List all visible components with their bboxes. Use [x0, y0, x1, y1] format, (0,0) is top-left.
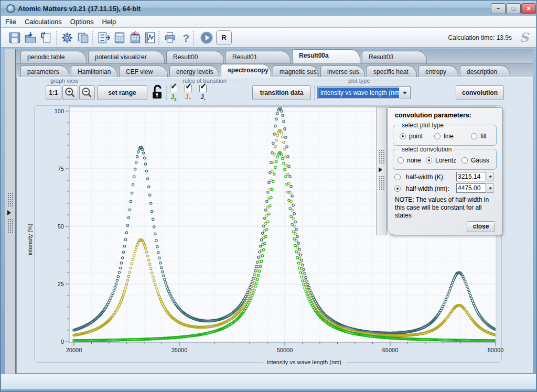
transition-list-icon[interactable]	[96, 30, 111, 45]
window-title: Atomic Matters v3.21 (17.11.15), 64-bit	[18, 5, 141, 13]
menu-bar: FileCalculationsOptionsHelp	[1, 16, 536, 27]
tab-inverse-sus-[interactable]: inverse sus.	[320, 66, 365, 77]
svg-text:65000: 65000	[382, 347, 399, 353]
radio-label-line: line	[444, 133, 454, 140]
tab-result00[interactable]: Result00	[166, 51, 224, 63]
half-width-nm-field[interactable]: 4475.00	[456, 183, 486, 193]
tab-specific-heat[interactable]: specific heat	[367, 66, 417, 77]
checkbox-box[interactable]: ✓	[199, 85, 207, 92]
unlock-icon	[151, 84, 164, 101]
toolbar-separator	[193, 31, 194, 45]
splitter-grip	[7, 192, 14, 207]
tab-result01[interactable]: Result01	[225, 51, 291, 63]
svg-text:75: 75	[58, 166, 64, 172]
half-width-nm-spinner[interactable]	[487, 183, 493, 193]
controls-separator	[314, 85, 315, 100]
plot-type-label: plot type	[346, 78, 373, 84]
half-width-k-spinner[interactable]	[487, 172, 493, 181]
plot-type-selected-value: intensity vs wave length (nm)	[318, 88, 399, 98]
calculator-greek-icon[interactable]: αβγ	[128, 30, 143, 45]
svg-text:50: 50	[58, 223, 64, 230]
checkbox-label: J+	[182, 93, 195, 102]
checkbox-box[interactable]: ✓	[185, 85, 192, 92]
radio-Gauss[interactable]	[461, 157, 468, 164]
title-bar[interactable]: Atomic Matters v3.21 (17.11.15), 64-bit …	[1, 1, 536, 16]
dropdown-arrow-icon[interactable]	[400, 88, 410, 98]
toolbar-separator	[92, 31, 93, 45]
toolbar: αβγ ? R Calculation time: 13.9s S	[1, 28, 536, 48]
svg-text:80000: 80000	[488, 347, 504, 353]
set-range-button[interactable]: set range	[97, 85, 147, 100]
tab-spectroscopy[interactable]: spectroscopy	[221, 64, 271, 77]
transition-data-button[interactable]: transition data	[252, 85, 311, 100]
help-icon[interactable]: ?	[178, 30, 193, 45]
tab-periodic-table[interactable]: periodic table	[20, 51, 87, 63]
open-icon[interactable]	[23, 30, 38, 45]
menu-help[interactable]: Help	[98, 16, 121, 27]
transition-checkbox-+[interactable]: ✓J+	[182, 85, 195, 102]
radio-Lorentz[interactable]	[426, 157, 432, 164]
tab-result03[interactable]: Result03	[362, 51, 427, 63]
svg-text:25: 25	[58, 281, 64, 287]
import-icon[interactable]	[39, 30, 53, 45]
checkbox-box[interactable]: ✓	[170, 85, 177, 92]
app-icon	[6, 4, 15, 13]
radio-fill[interactable]	[471, 133, 477, 139]
checkbox-label: Jz	[167, 93, 180, 102]
splitter-grip	[379, 176, 385, 190]
plot-type-dropdown[interactable]: intensity vs wave length (nm)	[317, 86, 411, 99]
run-icon[interactable]	[199, 30, 214, 45]
calculator-icon[interactable]	[112, 30, 127, 45]
zoom-in-button[interactable]	[62, 85, 78, 100]
tab-magnetic-sus-[interactable]: magnetic sus.	[273, 66, 319, 77]
one-to-one-button[interactable]: 1:1	[46, 85, 61, 100]
radio-label-fill: fill	[480, 133, 486, 140]
tab-parameters[interactable]: parameters	[20, 66, 69, 77]
tab-hamiltonian[interactable]: Hamiltonian	[71, 66, 117, 77]
left-panel-splitter[interactable]	[5, 49, 16, 374]
transition-checkbox--[interactable]: ✓J-	[197, 85, 209, 102]
minimize-button[interactable]: –	[491, 3, 506, 14]
y-axis-label: intensity (%)	[27, 200, 33, 257]
menu-file[interactable]: File	[1, 16, 20, 27]
graph-view-label: graph view	[48, 78, 81, 84]
half-width-nm-radio[interactable]	[394, 186, 401, 192]
radio-label-point: point	[409, 133, 423, 140]
radio-line[interactable]	[434, 133, 441, 139]
half-width-k-field[interactable]: 3215.14	[456, 172, 486, 181]
close-button[interactable]: ✕	[521, 3, 536, 14]
menu-calculations[interactable]: Calculations	[20, 16, 66, 27]
copy-icon[interactable]	[76, 30, 90, 45]
convolution-panel-splitter[interactable]	[376, 107, 387, 235]
half-width-k-radio[interactable]	[394, 174, 401, 180]
maximize-button[interactable]: □	[506, 3, 521, 14]
tab-cef-view[interactable]: CEF view	[119, 66, 168, 77]
radio-none[interactable]	[398, 157, 404, 164]
r-matrix-button[interactable]: R	[216, 30, 232, 45]
menu-options[interactable]: Options	[66, 16, 98, 27]
expand-arrow-icon[interactable]	[7, 210, 14, 215]
save-icon[interactable]	[7, 30, 22, 45]
splitter-grip	[379, 149, 385, 164]
tab-energy-levels[interactable]: energy levels	[169, 66, 219, 77]
transition-checkbox-z[interactable]: ✓Jz	[167, 85, 180, 102]
tab-result00a[interactable]: Result00a	[292, 49, 360, 63]
panel-close-button[interactable]: close	[467, 221, 495, 232]
zoom-out-button[interactable]	[79, 85, 95, 100]
collapse-arrow-icon[interactable]	[379, 167, 385, 172]
axes-lock-button[interactable]	[151, 84, 164, 103]
tab-potential-visualizer[interactable]: potential visualizer	[88, 51, 165, 63]
zoom-in-icon	[63, 86, 77, 100]
svg-text:20000: 20000	[66, 347, 82, 353]
convolution-button[interactable]: convolution	[456, 85, 504, 100]
check-icon: ✓	[200, 81, 207, 91]
tab-entropy[interactable]: entropy	[418, 66, 458, 77]
radio-label-Lorentz: Lorentz	[435, 157, 456, 164]
plot-icon[interactable]	[143, 30, 157, 45]
tab-description[interactable]: description	[460, 66, 510, 77]
settings-icon[interactable]	[60, 30, 74, 45]
calculation-time-label: Calculation time: 13.9s	[448, 34, 512, 41]
svg-text:35000: 35000	[171, 347, 188, 353]
radio-point[interactable]	[400, 133, 406, 139]
print-icon[interactable]	[163, 30, 177, 45]
